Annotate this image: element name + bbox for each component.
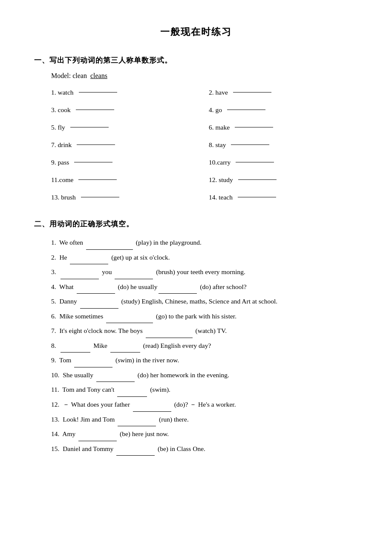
list-item: 10. She usually (do) her homework in the… (51, 368, 358, 382)
blank (133, 411, 171, 412)
list-item: 8. stay (209, 138, 358, 151)
section1-grid: 1. watch 2. have 3. cook 4. go 5. fly 6.… (51, 86, 358, 204)
page-title: 一般现在时练习 (34, 26, 358, 38)
list-item: 10.carry (209, 156, 358, 169)
blank (76, 110, 114, 110)
blank (106, 323, 153, 323)
blank (235, 127, 273, 127)
section1-title: 一、写出下列动词的第三人称单数形式。 (34, 55, 358, 65)
list-item: 15. Daniel and Tommy (be) in Class One. (51, 442, 358, 456)
list-item: 12. － What does your father (do)? － He's… (51, 398, 358, 412)
blank (74, 367, 112, 367)
blank (77, 293, 115, 294)
blank (146, 338, 193, 338)
blank (74, 162, 112, 162)
blank (159, 293, 197, 294)
blank (231, 145, 269, 145)
list-item: 13. Look! Jim and Tom (run) there. (51, 413, 358, 427)
blank (70, 264, 108, 264)
blank (110, 352, 140, 353)
list-item: 9. pass (51, 156, 200, 169)
list-item: 2. He (get) up at six o'clock. (51, 251, 358, 265)
list-item: 12. study (209, 173, 358, 186)
section1: 一、写出下列动词的第三人称单数形式。 Model: clean cleans 1… (34, 55, 358, 204)
list-item: 11. Tom and Tony can't (swim). (51, 383, 358, 397)
list-item: 7. It's eight o'clock now. The boys (wat… (51, 324, 358, 338)
list-item: 6. make (209, 121, 358, 134)
blank (78, 179, 117, 180)
list-item: 11.come (51, 173, 200, 186)
blank (61, 279, 99, 279)
list-item: 1. We often (play) in the playground. (51, 236, 358, 250)
list-item: 4. go (209, 103, 358, 116)
list-item: 14. teach (209, 191, 358, 204)
list-item: 14. Amy (be) here just now. (51, 427, 358, 441)
list-item: 6. Mike sometimes (go) to the park with … (51, 309, 358, 324)
blank (118, 426, 156, 426)
model-line: Model: clean cleans (51, 72, 358, 80)
blank (86, 249, 133, 250)
list-item: 8. Mike (read) English every day? (51, 339, 358, 353)
list-item: 3. you (brush) your teeth every morning. (51, 265, 358, 279)
section2-title: 二、用动词的正确形式填空。 (34, 219, 358, 229)
list-item: 4. What (do) he usually (do) after schoo… (51, 280, 358, 294)
blank (236, 162, 274, 162)
list-item: 5. fly (51, 121, 200, 134)
blank (96, 382, 135, 382)
blank (78, 441, 117, 441)
blank (233, 92, 271, 92)
blank (115, 279, 153, 279)
blank (61, 352, 90, 353)
exercise-list: 1. We often (play) in the playground. 2.… (51, 236, 358, 456)
blank (117, 396, 147, 397)
list-item: 2. have (209, 86, 358, 99)
list-item: 1. watch (51, 86, 200, 99)
list-item: 3. cook (51, 103, 200, 116)
blank (238, 197, 276, 197)
list-item: 7. drink (51, 138, 200, 151)
list-item: 5. Danny (study) English, Chinese, maths… (51, 295, 358, 309)
model-label: Model: clean (51, 72, 87, 79)
blank (70, 127, 109, 127)
blank (80, 308, 118, 309)
blank (238, 179, 277, 180)
blank (81, 197, 119, 197)
blank (77, 145, 115, 145)
blank (79, 92, 117, 92)
model-answer: cleans (90, 72, 107, 79)
section2: 二、用动词的正确形式填空。 1. We often (play) in the … (34, 219, 358, 456)
list-item: 9. Tom (swim) in the river now. (51, 353, 358, 367)
blank (116, 455, 155, 456)
list-item: 13. brush (51, 191, 200, 204)
blank (227, 110, 265, 110)
